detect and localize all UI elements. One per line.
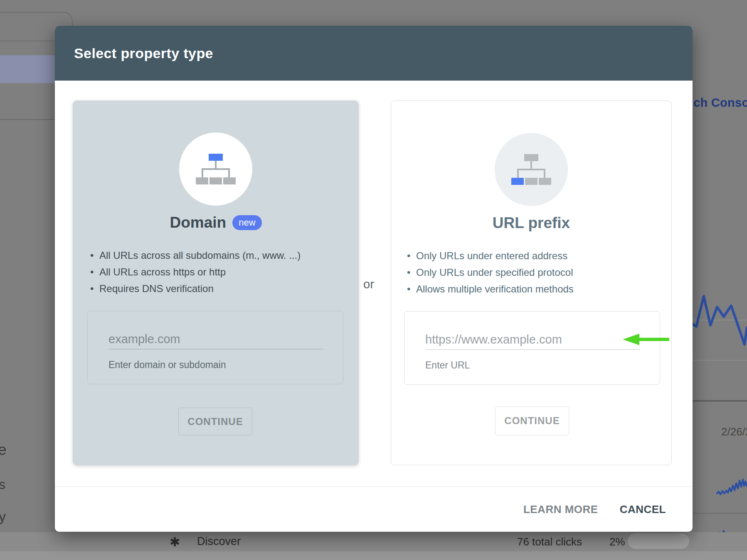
chart-date-label: 2/26/2 [721, 425, 747, 438]
url-prefix-icon-circle [495, 133, 568, 206]
domain-continue-button[interactable]: CONTINUE [178, 408, 252, 435]
selected-row-highlight [0, 55, 58, 83]
new-badge: new [232, 215, 261, 230]
sidebar-text-fragment: y [0, 508, 6, 525]
tab-outline [0, 12, 72, 26]
domain-card-title-row: Domain new [73, 213, 359, 232]
domain-bullet: All URLs across all subdomains (m., www.… [90, 247, 359, 264]
discover-row-label: Discover [197, 535, 241, 548]
domain-bullet: Requires DNS verification [90, 280, 359, 297]
url-input[interactable] [425, 330, 640, 350]
domain-input[interactable] [108, 329, 323, 349]
url-prefix-bullet: Only URLs under specified protocol [407, 264, 671, 281]
url-prefix-continue-button[interactable]: CONTINUE [495, 406, 569, 435]
dialog-header: Select property type [55, 26, 693, 81]
sidebar-text-fragment: s [0, 477, 5, 492]
url-prefix-sitemap-icon [511, 154, 551, 185]
row-sparkline [717, 479, 747, 494]
percent-value: 2% [609, 535, 625, 548]
url-prefix-bullet: Only URLs under entered address [407, 248, 671, 264]
domain-input-box: Enter domain or subdomain [87, 311, 343, 384]
domain-sitemap-icon [196, 154, 236, 184]
or-separator: or [355, 278, 382, 291]
domain-bullet-list: All URLs across all subdomains (m., www.… [73, 247, 359, 297]
total-clicks-value: 76 total clicks [514, 535, 582, 548]
url-prefix-card-title-row: URL prefix [391, 214, 671, 233]
green-left-arrow-icon [623, 333, 669, 346]
domain-bullet: All URLs across https or http [90, 264, 359, 280]
domain-input-helper: Enter domain or subdomain [108, 359, 226, 371]
progress-pill [628, 533, 689, 549]
url-prefix-bullet-list: Only URLs under entered address Only URL… [391, 248, 671, 297]
url-input-box: Enter URL [404, 311, 660, 385]
domain-card-title: Domain [170, 214, 226, 231]
search-console-brand-text: ch Console [693, 96, 747, 110]
cancel-button[interactable]: CANCEL [620, 503, 666, 516]
sidebar-text-fragment: e [0, 441, 7, 459]
url-input-helper: Enter URL [425, 360, 470, 371]
url-prefix-card-title: URL prefix [493, 214, 570, 232]
table-row-background [0, 551, 747, 560]
select-property-type-dialog: Select property type Domain new All URLs… [55, 26, 693, 532]
learn-more-button[interactable]: LEARN MORE [523, 503, 598, 516]
url-prefix-bullet: Allows multiple verification methods [407, 281, 671, 297]
dialog-footer: LEARN MORE CANCEL [55, 486, 693, 532]
asterisk-icon: ✱ [170, 535, 180, 549]
domain-icon-circle [179, 133, 252, 206]
domain-property-card: Domain new All URLs across all subdomain… [73, 101, 359, 465]
dialog-title: Select property type [74, 45, 213, 61]
url-prefix-property-card: URL prefix Only URLs under entered addre… [391, 101, 672, 465]
